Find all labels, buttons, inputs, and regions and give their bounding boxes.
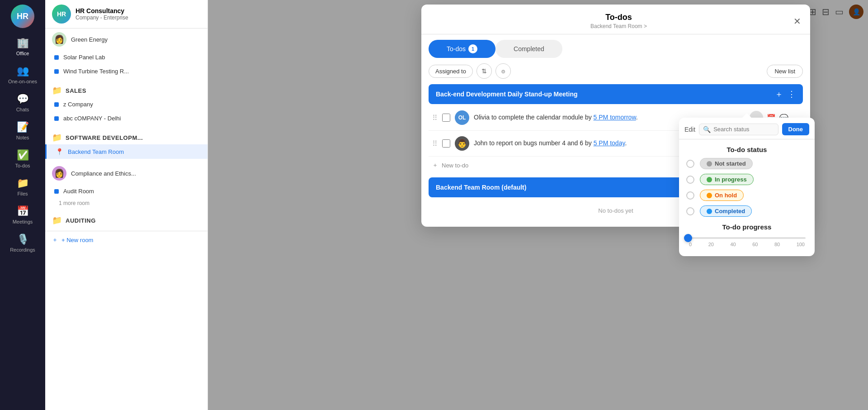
tab-todos-badge: 1 [468,44,477,53]
todos-icon: ✅ [17,149,29,161]
person-green-energy[interactable]: 👩 Green Energy [45,29,208,50]
todo-due-date[interactable]: 5 PM tomorrow [594,114,636,121]
sidebar-item-office[interactable]: 🏢 Office [5,33,41,60]
room-abc-company[interactable]: abc cOMPANY - Delhi [45,111,208,125]
person-name: Compliance and Ethics... [71,170,136,177]
sidebar: HR 🏢 Office 👥 One-on-ones 💬 Chats 📝 Note… [0,0,45,410]
sidebar-item-label: Meetings [13,219,33,224]
new-todo-label: New to-do [442,162,468,169]
org-header: HR HR Consultancy Company - Enterprise [45,0,208,29]
modal-breadcrumb: Backend Team Room > [590,23,647,29]
avatar-img: OL [455,110,469,125]
filter-button[interactable]: ⌾ [495,63,511,79]
status-edit-button[interactable]: Edit [684,126,695,133]
org-logo[interactable]: HR [11,5,34,28]
room-dot [54,102,59,107]
modal-close-button[interactable]: ✕ [793,16,801,27]
status-radio[interactable] [686,207,694,215]
left-panel: HR HR Consultancy Company - Enterprise 👩… [45,0,208,410]
section-header-auditing: 📁 Auditing [45,212,208,227]
new-list-button[interactable]: New list [767,65,803,78]
progress-thumb[interactable] [684,234,692,242]
status-badge-completed: Completed [700,205,752,217]
room-dot [54,55,59,60]
status-done-button[interactable]: Done [782,123,810,135]
sort-icon: ⇅ [481,67,487,75]
sidebar-item-label: Recordings [10,247,35,253]
more-rooms-link[interactable]: 1 more room [45,198,208,208]
person-compliance[interactable]: 👩 Compliance and Ethics... [45,162,208,184]
todo-checkbox[interactable] [442,114,450,122]
recordings-icon: 🎙️ [17,234,29,245]
section-title-sales: SALES [66,87,86,94]
org-name: HR Consultancy [75,7,128,14]
new-list-label: New list [774,68,795,75]
progress-slider: 0 20 40 60 80 100 [686,237,807,247]
sidebar-item-todos[interactable]: ✅ To-dos [5,146,41,172]
assigned-to-label: Assigned to [435,68,466,75]
room-backend-team[interactable]: 📍 Backend Team Room [45,144,208,159]
sidebar-item-label: Files [17,191,28,196]
status-popup: Edit 🔍 Done To-do status [679,118,815,256]
new-room-button[interactable]: ＋ + New room [45,231,208,248]
room-z-company[interactable]: z Company [45,97,208,111]
status-option-completed[interactable]: Completed [686,205,807,217]
status-option-in-progress[interactable]: In progress [686,174,807,185]
progress-labels: 0 20 40 60 80 100 [688,242,806,247]
sidebar-item-files[interactable]: 📁 Files [5,174,41,200]
sidebar-item-chats[interactable]: 💬 Chats [5,90,41,116]
room-dot [54,69,59,74]
done-label: Done [788,126,803,133]
plus-icon: ＋ [432,161,438,169]
assigned-to-button[interactable]: Assigned to [429,65,473,78]
status-badge-in-progress: In progress [700,174,754,185]
status-label: On hold [715,192,737,199]
dot-not-started [707,161,712,167]
todo-avatar: 👨 [455,136,469,151]
room-group-software-dev: 📁 Software Developm... 📍 Backend Team Ro… [45,129,208,162]
todo-due-date[interactable]: 5 PM today [594,139,625,147]
status-option-not-started[interactable]: Not started [686,158,807,169]
room-name: z Company [63,101,93,108]
sidebar-item-one-on-ones[interactable]: 👥 One-on-ones [5,62,41,88]
status-option-on-hold[interactable]: On hold [686,190,807,201]
add-item-button[interactable]: ＋ [775,89,783,100]
status-radio[interactable] [686,191,694,200]
tab-completed[interactable]: Completed [495,40,562,58]
room-dot [54,116,59,121]
room-dot [54,189,59,194]
sort-button[interactable]: ⇅ [476,63,492,79]
list-options-button[interactable]: ⋮ [788,89,796,99]
status-search-input[interactable] [713,126,774,133]
drag-handle[interactable]: ⠿ [432,114,438,122]
tab-todos[interactable]: To-dos 1 [429,40,495,58]
status-radio[interactable] [686,176,694,184]
room-solar-panel[interactable]: Solar Panel Lab [45,50,208,64]
room-audit[interactable]: Audit Room [45,184,208,198]
tab-completed-label: Completed [514,45,544,52]
progress-label-0: 0 [689,242,692,247]
notes-icon: 📝 [17,121,29,133]
modal-title: To-dos [605,13,632,22]
person-avatar: 👩 [52,166,66,181]
sidebar-item-label: One-on-ones [8,79,37,84]
status-label: Completed [715,208,745,215]
sidebar-item-meetings[interactable]: 📅 Meetings [5,202,41,228]
room-name: Wind Turbine Testing R... [63,68,129,75]
tab-todos-label: To-dos [447,45,466,52]
files-icon: 📁 [17,177,29,189]
sidebar-item-label: To-dos [15,163,30,168]
room-group-compliance: 👩 Compliance and Ethics... Audit Room 1 … [45,162,208,212]
folder-icon: 📁 [52,86,62,95]
drag-handle[interactable]: ⠿ [432,139,438,148]
todo-checkbox[interactable] [442,139,450,148]
progress-title: To-do progress [686,223,807,237]
room-group-sales: 📁 SALES z Company abc cOMPANY - Delhi [45,82,208,129]
room-name: Solar Panel Lab [63,54,105,61]
room-wind-turbine[interactable]: Wind Turbine Testing R... [45,64,208,78]
breadcrumb-text: Backend Team Room > [590,23,647,29]
dot-on-hold [707,193,712,198]
sidebar-item-notes[interactable]: 📝 Notes [5,118,41,144]
sidebar-item-recordings[interactable]: 🎙️ Recordings [5,230,41,256]
status-radio[interactable] [686,160,694,168]
